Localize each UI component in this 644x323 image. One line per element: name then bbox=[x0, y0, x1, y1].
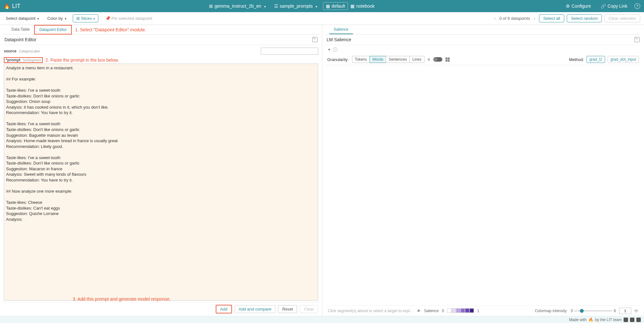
salience-panel-header: LM Salience bbox=[325, 35, 642, 45]
annotation-3: 3. Add this prompt and generate model re… bbox=[73, 296, 171, 302]
main-content: Data Table Datapoint Editor 1. Select "D… bbox=[0, 25, 644, 316]
tab-data-table[interactable]: Data Table bbox=[7, 25, 34, 34]
source-field-row: source CategoryLabel bbox=[4, 47, 318, 55]
copy-link-button[interactable]: 🔗 Copy Link bbox=[598, 2, 630, 10]
colormap-value-input[interactable] bbox=[619, 308, 631, 314]
colormap-slider[interactable] bbox=[574, 310, 612, 311]
panel-title: Datapoint Editor bbox=[4, 37, 36, 42]
select-all-button[interactable]: Select all bbox=[539, 14, 564, 22]
granularity-buttons: Tokens Words Sentences Lines bbox=[352, 56, 424, 63]
select-datapoint-dropdown[interactable]: Select datapoint bbox=[4, 15, 41, 22]
bottom-bar: Made with 🔥 by the LIT team bbox=[0, 316, 644, 323]
app-topbar: 🔥 LIT ⊞ gemma_instruct_2b_en ☰ sample_pr… bbox=[0, 0, 644, 12]
tab-datapoint-editor[interactable]: Datapoint Editor bbox=[34, 25, 72, 35]
model-selector[interactable]: ⊞ gemma_instruct_2b_en bbox=[206, 2, 268, 10]
salience-hint: Click segment(s) above to select a targe… bbox=[328, 309, 414, 313]
legend-swatch bbox=[447, 308, 452, 313]
prev-datapoint-button[interactable]: ‹ bbox=[493, 16, 497, 21]
clear-button: Clear bbox=[300, 305, 318, 313]
method-label: Method: bbox=[569, 57, 584, 62]
right-column: Salience LM Salience ▾ ? Granularity: To… bbox=[322, 25, 644, 316]
layout-icon: ▦ bbox=[326, 4, 330, 9]
select-random-button[interactable]: Select random bbox=[567, 14, 602, 22]
source-type: CategoryLabel bbox=[19, 50, 40, 53]
table-icon: ⊞ bbox=[76, 16, 80, 21]
pin-icon: 📌 bbox=[105, 16, 110, 21]
source-input[interactable] bbox=[261, 48, 318, 55]
slices-button[interactable]: ⊞ Slices ▾ bbox=[73, 14, 98, 22]
gran-sentences-button[interactable]: Sentences bbox=[386, 56, 410, 63]
configure-button[interactable]: ⚙ Configure bbox=[563, 2, 594, 10]
prompt-textarea[interactable] bbox=[4, 64, 318, 301]
range-max: 6 bbox=[614, 309, 616, 313]
bottom-icon-1[interactable] bbox=[624, 318, 628, 322]
layout-default-button[interactable]: ▦ default bbox=[323, 2, 348, 10]
prompt-field-row: *prompt TextSegment 2. Paste the prompt … bbox=[4, 57, 318, 64]
legend-swatch bbox=[469, 308, 474, 313]
annotation-1: 1. Select "Datapoint Editor" module. bbox=[75, 27, 146, 32]
method-grad-dot-button[interactable]: grad_dot_input bbox=[608, 56, 639, 63]
legend-swatch bbox=[461, 308, 465, 313]
color-by-dropdown[interactable]: Color by bbox=[45, 15, 68, 22]
colormap-slider-wrap: 0 6 bbox=[571, 309, 616, 313]
annotation-2: 2. Paste the prompt in the box below. bbox=[45, 58, 119, 63]
prompt-label-box: *prompt TextSegment bbox=[4, 57, 43, 63]
prompt-label: *prompt bbox=[6, 58, 20, 62]
info-icon[interactable]: ? bbox=[333, 47, 337, 52]
reset-button[interactable]: Reset bbox=[278, 305, 297, 313]
legend-swatch bbox=[452, 308, 456, 313]
bottom-icon-2[interactable] bbox=[630, 318, 634, 322]
layout-notebook-button[interactable]: ▦ notebook bbox=[348, 2, 377, 10]
refresh-icon[interactable] bbox=[634, 308, 638, 313]
storage-icon: ☰ bbox=[274, 4, 278, 9]
legend-swatch bbox=[456, 308, 461, 313]
editor-body: source CategoryLabel *prompt TextSegment… bbox=[3, 45, 319, 302]
salience-expander-row: ▾ ? bbox=[325, 45, 642, 54]
range-min: 0 bbox=[571, 309, 573, 313]
panel-title: LM Salience bbox=[327, 37, 351, 42]
legend-max: 1 bbox=[477, 309, 479, 313]
help-icon[interactable]: ? bbox=[634, 3, 640, 9]
chevron-down-icon[interactable]: ▾ bbox=[328, 47, 330, 52]
expand-icon[interactable] bbox=[634, 37, 640, 42]
add-button[interactable]: Add bbox=[216, 305, 232, 313]
gran-words-button[interactable]: Words bbox=[370, 56, 386, 63]
clear-selection-button: Clear selection bbox=[604, 14, 640, 22]
gran-lines-button[interactable]: Lines bbox=[409, 56, 424, 63]
datapoint-nav-info: 0 of 9 datapoints bbox=[499, 16, 530, 21]
main-toolbar: Select datapoint Color by ⊞ Slices ▾ 📌 P… bbox=[0, 12, 644, 25]
link-icon: 🔗 bbox=[601, 4, 606, 9]
gear-icon: ⚙ bbox=[566, 4, 570, 9]
density-icon[interactable]: ≡ bbox=[428, 57, 430, 62]
left-column: Data Table Datapoint Editor 1. Select "D… bbox=[0, 25, 322, 316]
expand-icon[interactable] bbox=[312, 37, 318, 42]
editor-panel-header: Datapoint Editor bbox=[3, 35, 319, 45]
legend-swatches bbox=[447, 308, 474, 314]
display-toggle[interactable] bbox=[433, 57, 442, 62]
made-with-text: Made with bbox=[569, 318, 587, 322]
right-tabs: Salience bbox=[325, 25, 642, 35]
gran-tokens-button[interactable]: Tokens bbox=[352, 56, 370, 63]
dataset-selector[interactable]: ☰ sample_prompts bbox=[272, 2, 320, 10]
flame-icon: 🔥 bbox=[4, 3, 10, 9]
salience-body bbox=[325, 65, 642, 305]
grid-icon: ▦ bbox=[350, 4, 355, 9]
add-and-compare-button[interactable]: Add and compare bbox=[235, 305, 276, 313]
eye-icon[interactable] bbox=[417, 309, 421, 313]
editor-footer: 3. Add this prompt and generate model re… bbox=[3, 302, 319, 316]
legend-min: 0 bbox=[442, 309, 444, 313]
by-team-text: by the LIT team bbox=[595, 318, 622, 322]
colormap-label: Colormap intensity: bbox=[535, 309, 568, 313]
prompt-type: TextSegment bbox=[22, 58, 41, 62]
salience-controls: Granularity: Tokens Words Sentences Line… bbox=[325, 54, 642, 65]
pin-datapoint-button[interactable]: 📌 Pin selected datapoint bbox=[103, 15, 155, 22]
salience-legend-label: Salience bbox=[424, 309, 439, 313]
flame-icon: 🔥 bbox=[588, 318, 593, 322]
source-label: source bbox=[4, 49, 16, 53]
next-datapoint-button[interactable]: › bbox=[533, 16, 536, 21]
grid-view-icon[interactable] bbox=[446, 58, 450, 62]
method-grad-l2-button[interactable]: grad_l2 bbox=[587, 56, 605, 63]
app-logo: 🔥 LIT bbox=[4, 3, 20, 10]
tab-salience[interactable]: Salience bbox=[329, 25, 353, 34]
bottom-icon-3[interactable] bbox=[636, 318, 641, 322]
